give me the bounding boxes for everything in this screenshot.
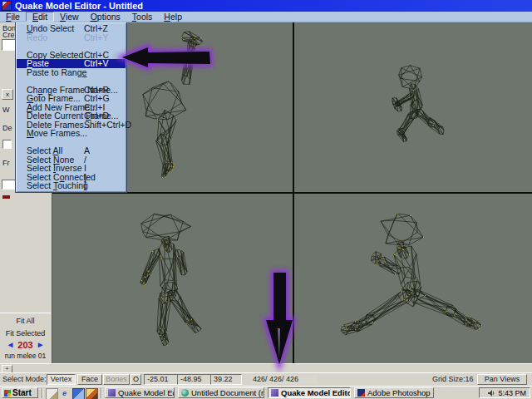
coordinate-z-field: 39.22 — [210, 374, 242, 385]
menu-item[interactable]: Select Touching [ — [17, 181, 126, 190]
menu-item[interactable]: Redo Ctrl+Y — [17, 33, 126, 42]
grid-size-label: Grid Size:16 — [432, 375, 474, 384]
frame-indicator-fragment — [2, 195, 10, 199]
system-tray[interactable]: 5:43 PM — [479, 387, 530, 398]
task-button-quake-model-editor[interactable]: Quake Model Editor — [105, 387, 175, 398]
windows-flag-icon — [4, 390, 11, 397]
speaker-icon — [487, 389, 495, 397]
taskbar-separator — [42, 388, 43, 398]
pan-views-button[interactable]: Pan Views — [477, 374, 527, 385]
menu-bar: File Edit View Options Tools Help — [0, 12, 532, 22]
menu-shortcut: Shift+Ctrl+D — [84, 121, 131, 130]
sidebar-label-de-fragment: De — [2, 124, 12, 132]
menu-item[interactable]: Move Frames... — [17, 129, 126, 138]
sidebar-checkbox[interactable] — [2, 140, 12, 149]
task-button-untitled-document[interactable]: Untitled Document (new sit... — [178, 387, 264, 398]
sidebar-x-button[interactable]: x — [2, 89, 13, 100]
task-button-quake-model-editor-active[interactable]: Quake Model Editor — [268, 387, 351, 398]
menu-shortcut: [ — [84, 181, 86, 190]
coordinate-x-field: -25.01 — [144, 374, 178, 385]
title-bar[interactable]: Quake Model Editor - Untitled — [0, 0, 532, 12]
menu-shortcut: Ctrl+V — [84, 59, 108, 68]
sidebar-label-w-fragment: W — [2, 106, 10, 114]
app-icon — [2, 1, 12, 11]
taskbar-separator — [101, 388, 102, 398]
vertex-mode-button[interactable]: Vertex — [47, 374, 76, 385]
next-frame-button[interactable]: ► — [37, 341, 45, 349]
start-button[interactable]: Start — [2, 387, 38, 398]
o-mode-button[interactable]: O — [131, 374, 141, 385]
coordinate-y-field: -48.95 — [177, 374, 211, 385]
vertex-counts-field: 426/ 426/ 426 — [249, 374, 318, 385]
internet-explorer-icon[interactable]: e — [59, 388, 70, 398]
menu-shortcut: Ctrl+Y — [84, 33, 108, 42]
quake-model-editor-icon — [108, 389, 116, 397]
face-mode-button[interactable]: Face — [77, 374, 102, 385]
fit-panel: Fit All Fit Selected ◄ 203 ► run melee 0… — [0, 313, 51, 364]
start-label: Start — [12, 388, 32, 397]
fit-selected-button[interactable]: Fit Selected — [0, 328, 51, 338]
show-desktop-icon[interactable] — [46, 388, 58, 399]
previous-frame-button[interactable]: ◄ — [6, 341, 14, 349]
menu-bar-item[interactable]: View — [54, 12, 85, 22]
channels-icon[interactable] — [72, 388, 85, 399]
menu-bar-item[interactable]: Help — [158, 12, 188, 22]
menu-bar-item[interactable]: Tools — [126, 12, 159, 22]
menu-bar-item[interactable]: Options — [85, 12, 126, 22]
task-button-adobe-photoshop[interactable]: Adobe Photoshop — [354, 387, 434, 398]
status-bar: Select Mode: Vertex Face Bones O -25.01 … — [0, 372, 532, 387]
quake-model-editor-window: Quake Model Editor - Untitled File Edit … — [0, 0, 532, 399]
window-title: Quake Model Editor - Untitled — [15, 1, 143, 11]
menu-bar-item[interactable]: File — [0, 12, 26, 22]
sidebar-label-fr-fragment: Fr — [2, 159, 10, 167]
taskbar: Start e Quake Model Editor Untitled Docu… — [0, 386, 532, 399]
menu-item[interactable]: Paste to Range — [17, 68, 126, 77]
quake-model-editor-icon — [271, 389, 278, 397]
frame-name-label: run melee 01 — [0, 352, 51, 360]
sidebar-label-create-fragment: Cre — [2, 31, 15, 39]
clock: 5:43 PM — [498, 389, 526, 397]
menu-bar-item[interactable]: Edit — [26, 12, 54, 22]
menu-shortcut: A — [84, 146, 90, 155]
select-mode-label: Select Mode: — [2, 375, 47, 384]
menu-shortcut: Ctrl+Z — [84, 24, 108, 33]
paint-icon[interactable] — [86, 388, 98, 399]
edit-menu-popup: Undo Select Ctrl+Z Redo Ctrl+Y Copy Sele… — [15, 22, 127, 193]
fit-all-button[interactable]: Fit All — [0, 316, 51, 326]
bones-mode-button[interactable]: Bones — [103, 374, 130, 385]
document-globe-icon — [181, 389, 189, 397]
photoshop-icon — [357, 389, 365, 397]
frame-number: 203 — [17, 340, 32, 350]
